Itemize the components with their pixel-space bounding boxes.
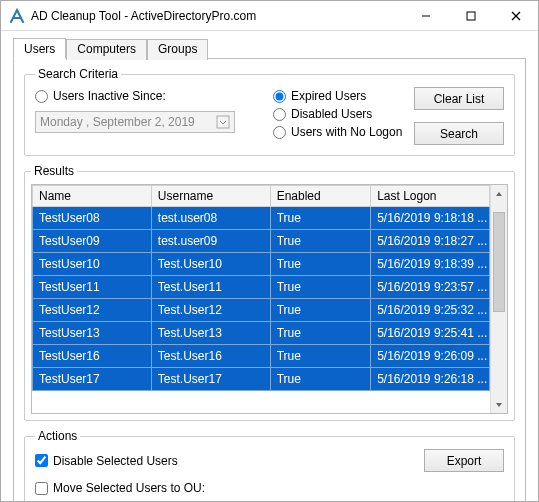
- cell-name[interactable]: TestUser11: [33, 276, 152, 299]
- radio-no-logon-input[interactable]: [273, 126, 286, 139]
- cell-lastlogon[interactable]: 5/16/2019 9:25:32 ...: [371, 299, 490, 322]
- radio-expired-users[interactable]: Expired Users: [273, 87, 406, 105]
- titlebar: AD Cleanup Tool - ActiveDirectoryPro.com: [1, 1, 538, 31]
- close-button[interactable]: [493, 1, 538, 30]
- clear-list-button[interactable]: Clear List: [414, 87, 504, 110]
- cell-enabled[interactable]: True: [270, 207, 371, 230]
- radio-disabled-users[interactable]: Disabled Users: [273, 105, 406, 123]
- table-row[interactable]: TestUser16Test.User16True5/16/2019 9:26:…: [33, 345, 490, 368]
- table-row[interactable]: TestUser12Test.User12True5/16/2019 9:25:…: [33, 299, 490, 322]
- radio-no-logon[interactable]: Users with No Logon: [273, 123, 406, 141]
- cell-name[interactable]: TestUser13: [33, 322, 152, 345]
- table-row[interactable]: TestUser09test.user09True5/16/2019 9:18:…: [33, 230, 490, 253]
- cell-name[interactable]: TestUser12: [33, 299, 152, 322]
- col-enabled[interactable]: Enabled: [270, 186, 371, 207]
- checkbox-disable-users[interactable]: Disable Selected Users: [35, 451, 404, 471]
- tab-users[interactable]: Users: [13, 38, 66, 59]
- date-picker[interactable]: Monday , September 2, 2019: [35, 111, 235, 133]
- svg-rect-4: [217, 116, 229, 128]
- table-row[interactable]: TestUser13Test.User13True5/16/2019 9:25:…: [33, 322, 490, 345]
- cell-enabled[interactable]: True: [270, 345, 371, 368]
- radio-disabled-users-input[interactable]: [273, 108, 286, 121]
- scroll-thumb[interactable]: [493, 212, 505, 312]
- cell-name[interactable]: TestUser10: [33, 253, 152, 276]
- date-picker-value: Monday , September 2, 2019: [40, 115, 195, 129]
- results-table-wrap: Name Username Enabled Last Logon TestUse…: [31, 184, 508, 414]
- results-table[interactable]: Name Username Enabled Last Logon TestUse…: [32, 185, 490, 391]
- search-criteria-legend: Search Criteria: [35, 67, 121, 81]
- table-row[interactable]: TestUser08test.user08True5/16/2019 9:18:…: [33, 207, 490, 230]
- cell-lastlogon[interactable]: 5/16/2019 9:26:18 ...: [371, 368, 490, 391]
- cell-lastlogon[interactable]: 5/16/2019 9:18:18 ...: [371, 207, 490, 230]
- cell-username[interactable]: test.user09: [151, 230, 270, 253]
- table-row[interactable]: TestUser11Test.User11True5/16/2019 9:23:…: [33, 276, 490, 299]
- col-name[interactable]: Name: [33, 186, 152, 207]
- svg-rect-1: [467, 12, 475, 20]
- cell-enabled[interactable]: True: [270, 230, 371, 253]
- cell-username[interactable]: test.user08: [151, 207, 270, 230]
- search-criteria-group: Search Criteria Users Inactive Since: Mo…: [24, 67, 515, 156]
- checkbox-move-label: Move Selected Users to OU:: [53, 481, 205, 495]
- scroll-down-icon[interactable]: [491, 396, 507, 413]
- checkbox-disable-label: Disable Selected Users: [53, 454, 178, 468]
- actions-legend: Actions: [35, 429, 80, 443]
- maximize-button[interactable]: [448, 1, 493, 30]
- radio-disabled-label: Disabled Users: [291, 107, 372, 121]
- cell-username[interactable]: Test.User13: [151, 322, 270, 345]
- radio-inactive-since[interactable]: Users Inactive Since:: [35, 87, 265, 105]
- actions-group: Actions Disable Selected Users Export Mo…: [24, 429, 515, 502]
- cell-username[interactable]: Test.User12: [151, 299, 270, 322]
- tab-panel-users: Search Criteria Users Inactive Since: Mo…: [13, 59, 526, 502]
- cell-username[interactable]: Test.User17: [151, 368, 270, 391]
- cell-username[interactable]: Test.User10: [151, 253, 270, 276]
- cell-name[interactable]: TestUser08: [33, 207, 152, 230]
- cell-lastlogon[interactable]: 5/16/2019 9:26:09 ...: [371, 345, 490, 368]
- cell-name[interactable]: TestUser17: [33, 368, 152, 391]
- radio-inactive-since-input[interactable]: [35, 90, 48, 103]
- checkbox-move-ou-input[interactable]: [35, 482, 48, 495]
- radio-expired-users-input[interactable]: [273, 90, 286, 103]
- cell-username[interactable]: Test.User16: [151, 345, 270, 368]
- results-group: Results Name Username Enabled Last Logon: [24, 164, 515, 421]
- cell-enabled[interactable]: True: [270, 276, 371, 299]
- search-button[interactable]: Search: [414, 122, 504, 145]
- cell-lastlogon[interactable]: 5/16/2019 9:25:41 ...: [371, 322, 490, 345]
- col-lastlogon[interactable]: Last Logon: [371, 186, 490, 207]
- cell-lastlogon[interactable]: 5/16/2019 9:23:57 ...: [371, 276, 490, 299]
- radio-expired-label: Expired Users: [291, 89, 366, 103]
- checkbox-move-ou[interactable]: Move Selected Users to OU:: [35, 478, 404, 498]
- window-title: AD Cleanup Tool - ActiveDirectoryPro.com: [31, 9, 403, 23]
- table-row[interactable]: TestUser10Test.User10True5/16/2019 9:18:…: [33, 253, 490, 276]
- scroll-up-icon[interactable]: [491, 185, 507, 202]
- client-area: Users Computers Groups Search Criteria U…: [1, 31, 538, 502]
- cell-lastlogon[interactable]: 5/16/2019 9:18:27 ...: [371, 230, 490, 253]
- tab-groups[interactable]: Groups: [147, 39, 208, 60]
- cell-enabled[interactable]: True: [270, 368, 371, 391]
- tab-strip: Users Computers Groups: [13, 37, 526, 59]
- radio-nologon-label: Users with No Logon: [291, 125, 402, 139]
- radio-inactive-since-label: Users Inactive Since:: [53, 89, 166, 103]
- table-row[interactable]: TestUser17Test.User17True5/16/2019 9:26:…: [33, 368, 490, 391]
- results-legend: Results: [31, 164, 77, 178]
- cell-name[interactable]: TestUser09: [33, 230, 152, 253]
- cell-enabled[interactable]: True: [270, 253, 371, 276]
- tab-computers[interactable]: Computers: [66, 39, 147, 60]
- results-scrollbar[interactable]: [490, 185, 507, 413]
- cell-username[interactable]: Test.User11: [151, 276, 270, 299]
- export-button[interactable]: Export: [424, 449, 504, 472]
- col-username[interactable]: Username: [151, 186, 270, 207]
- scroll-track[interactable]: [491, 202, 507, 396]
- checkbox-disable-users-input[interactable]: [35, 454, 48, 467]
- date-picker-dropdown-icon[interactable]: [216, 115, 230, 129]
- cell-lastlogon[interactable]: 5/16/2019 9:18:39 ...: [371, 253, 490, 276]
- cell-enabled[interactable]: True: [270, 299, 371, 322]
- cell-enabled[interactable]: True: [270, 322, 371, 345]
- minimize-button[interactable]: [403, 1, 448, 30]
- cell-name[interactable]: TestUser16: [33, 345, 152, 368]
- results-header-row: Name Username Enabled Last Logon: [33, 186, 490, 207]
- app-logo-icon: [9, 8, 25, 24]
